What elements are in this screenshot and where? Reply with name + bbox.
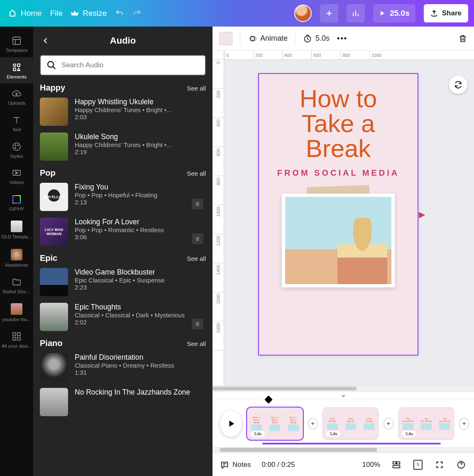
see-all-link[interactable]: See all	[187, 170, 206, 177]
stage-photo-frame[interactable]	[282, 194, 395, 287]
add-scene-button[interactable]: +	[459, 418, 469, 429]
track-tags: Classical Piano • Dreamy • Restless	[75, 362, 206, 369]
undo-button[interactable]	[115, 9, 124, 18]
track-tags: Happy Childrens' Tunes • Bright •...	[75, 106, 206, 113]
see-all-link[interactable]: See all	[187, 340, 206, 347]
sidebar-item-old-templates[interactable]: OLD Templa...	[0, 216, 33, 244]
animate-button[interactable]: Animate	[248, 34, 288, 43]
sidebar-item-styles[interactable]: Styles	[0, 137, 33, 163]
sidebar: Templates Elements Uploads Text Styles V…	[0, 27, 33, 476]
section-title: Piano	[40, 339, 62, 348]
timeline-scene[interactable]: How toTake aBreakHow toTake aBreakHow to…	[247, 407, 303, 440]
more-button[interactable]: •••	[337, 34, 347, 43]
page-duration-button[interactable]: 5.0s	[303, 34, 330, 43]
ruler-corner	[213, 51, 224, 60]
elements-icon	[12, 62, 22, 72]
zoom-readout[interactable]: 100%	[362, 461, 380, 469]
canvas-area: Animate 5.0s ••• 02004006008001000 02004…	[213, 27, 474, 476]
track-artwork: LVLY MAD WOMAN	[40, 218, 68, 246]
svg-rect-15	[393, 461, 396, 464]
stage-title[interactable]: How to Take a Break	[300, 86, 377, 161]
file-menu[interactable]: File	[50, 9, 63, 18]
track-artwork: YAH ELLIOT	[40, 183, 68, 211]
chevron-left-icon	[42, 37, 50, 45]
svg-rect-8	[17, 333, 20, 336]
search-bar[interactable]	[40, 55, 206, 76]
redo-button[interactable]	[132, 9, 142, 18]
share-button[interactable]: Share	[424, 4, 468, 22]
stage-subtitle[interactable]: FROM SOCIAL MEDIA	[277, 167, 400, 179]
panel-title: Audio	[40, 35, 206, 46]
grid-view-icon	[392, 460, 401, 469]
videos-icon	[12, 168, 22, 178]
sidebar-item-templates[interactable]: Templates	[0, 31, 33, 57]
audio-track[interactable]: YAH ELLIOT Fixing You Pop • Pop • Hopefu…	[40, 183, 206, 211]
sidebar-item-all-designs[interactable]: All your desi...	[0, 326, 33, 353]
audio-track[interactable]: LVLY MAD WOMAN Looking For A Lover Pop •…	[40, 218, 206, 246]
uploads-icon	[12, 88, 22, 98]
color-swatch[interactable]	[219, 32, 232, 45]
collapse-timeline-button[interactable]	[213, 392, 474, 400]
see-all-link[interactable]: See all	[187, 85, 206, 92]
page-indicator[interactable]: 5	[413, 459, 423, 470]
refresh-button[interactable]	[449, 76, 467, 94]
timeline-scene[interactable]: Yourfirst tipYourfirst tipYourfirst tip5…	[323, 407, 379, 440]
track-title: No Rocking In The Jazzhands Zone	[75, 388, 206, 397]
sidebar-item-styled-stock[interactable]: Styled Stoc...	[0, 272, 33, 299]
audio-track[interactable]: Happy Whistling Ukulele Happy Childrens'…	[40, 98, 206, 126]
search-input[interactable]	[61, 61, 199, 69]
timeline-track	[262, 443, 441, 444]
avatar[interactable]	[294, 5, 312, 22]
sidebar-item-text[interactable]: Text	[0, 110, 33, 137]
fullscreen-button[interactable]	[434, 459, 445, 470]
insights-button[interactable]	[347, 4, 365, 22]
audio-track[interactable]: Epic Thoughts Classical • Classical • Da…	[40, 303, 206, 331]
svg-rect-16	[397, 461, 400, 464]
delete-button[interactable]	[458, 34, 467, 43]
play-button[interactable]	[220, 410, 242, 437]
svg-rect-0	[13, 37, 20, 44]
add-scene-button[interactable]: +	[308, 418, 318, 429]
track-artwork	[40, 388, 68, 416]
home-button[interactable]: Home	[8, 9, 42, 18]
timeline-scrollbar[interactable]	[213, 447, 474, 453]
timeline-scene[interactable]: TheSecond TipTheSecond TipTheSecond Tip5…	[398, 407, 454, 440]
clock-icon	[303, 34, 312, 43]
track-artwork	[40, 353, 68, 381]
notes-button[interactable]: Notes	[220, 460, 251, 469]
playhead[interactable]	[266, 397, 271, 402]
audio-track[interactable]: No Rocking In The Jazzhands Zone	[40, 388, 206, 416]
horizontal-scrollbar[interactable]	[213, 385, 474, 391]
see-all-link[interactable]: See all	[187, 255, 206, 262]
track-title: Fixing You	[75, 183, 206, 191]
audio-track[interactable]: Video Game Blockbuster Epic Classical • …	[40, 268, 206, 296]
grid-icon	[12, 331, 22, 341]
folder-icon	[12, 277, 22, 287]
search-icon	[46, 60, 56, 70]
home-icon	[8, 9, 17, 17]
help-button[interactable]	[456, 459, 467, 470]
editor-viewport[interactable]: 02004006008001000 0200400600800100012001…	[213, 51, 474, 385]
back-button[interactable]	[42, 37, 50, 45]
sidebar-item-headshots[interactable]: Headshots	[0, 244, 33, 272]
selected-page[interactable]: How to Take a Break FROM SOCIAL MEDIA ▶	[258, 73, 418, 356]
next-page-arrow[interactable]: ▶	[419, 209, 425, 219]
grid-view-button[interactable]	[391, 459, 402, 470]
audio-track[interactable]: Ukulele Song Happy Childrens' Tunes • Br…	[40, 132, 206, 161]
ruler-vertical: 020040060080010001200140016001800	[213, 60, 224, 385]
play-duration-button[interactable]: 25.0s	[373, 4, 415, 22]
add-scene-button[interactable]: +	[384, 418, 393, 429]
stage-photo[interactable]	[282, 194, 395, 287]
sidebar-item-videos[interactable]: Videos	[0, 163, 33, 189]
sidebar-item-giphy[interactable]: GIPHY	[0, 189, 33, 216]
track-tags: Epic Classical • Epic • Suspense	[75, 277, 206, 284]
fullscreen-icon	[435, 461, 444, 469]
audio-track[interactable]: Painful Disorientation Classical Piano •…	[40, 353, 206, 381]
sidebar-item-elements[interactable]: Elements	[0, 57, 33, 84]
play-icon	[379, 10, 386, 17]
resize-menu[interactable]: Resize	[71, 9, 107, 18]
sidebar-item-youtube-thumbs[interactable]: youtube thu...	[0, 298, 33, 326]
sidebar-item-uploads[interactable]: Uploads	[0, 83, 33, 110]
add-member-button[interactable]	[320, 4, 338, 22]
premium-badge: ♕	[192, 233, 203, 244]
